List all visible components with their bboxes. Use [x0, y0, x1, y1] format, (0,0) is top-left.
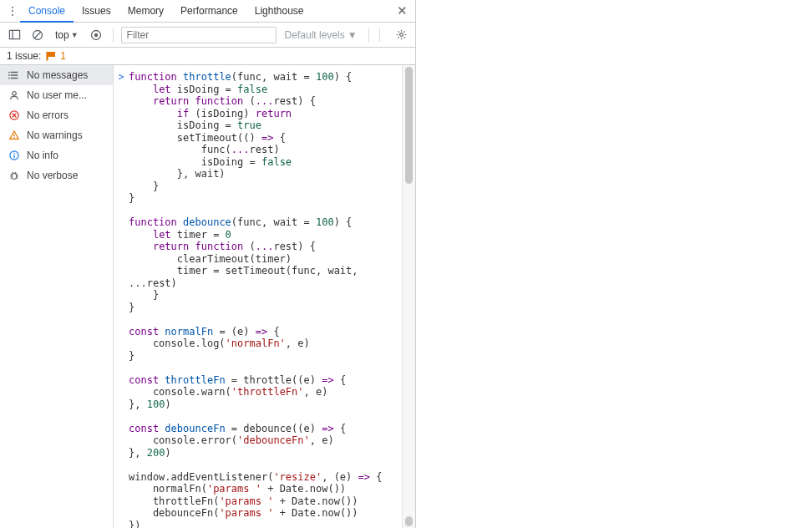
chevron-down-icon: ▼ — [348, 29, 358, 41]
issues-label: 1 issue: — [7, 50, 41, 62]
settings-gear-icon[interactable] — [392, 26, 410, 44]
sidebar-item-warnings[interactable]: No warnings — [0, 125, 113, 145]
scrollbar[interactable] — [402, 65, 415, 528]
separator — [113, 28, 114, 43]
svg-point-15 — [13, 153, 15, 155]
tab-console[interactable]: Console — [20, 0, 74, 23]
message-sidebar: No messages No user me... No errors No w… — [0, 65, 114, 528]
tab-lighthouse[interactable]: Lighthouse — [246, 0, 312, 23]
toggle-sidebar-icon[interactable] — [5, 26, 23, 44]
svg-point-8 — [8, 74, 10, 76]
console-body: No messages No user me... No errors No w… — [0, 65, 415, 528]
sidebar-item-info[interactable]: No info — [0, 145, 113, 165]
svg-rect-0 — [9, 30, 19, 38]
prompt-icon: > — [114, 65, 129, 528]
tab-performance[interactable]: Performance — [172, 0, 246, 23]
sidebar-item-messages[interactable]: No messages — [0, 65, 113, 85]
list-icon — [8, 69, 20, 82]
info-icon — [8, 150, 20, 162]
context-label: top — [55, 29, 69, 41]
sidebar-item-errors[interactable]: No errors — [0, 105, 113, 125]
svg-point-13 — [13, 137, 14, 138]
sidebar-item-label: No verbose — [27, 170, 78, 181]
separator — [368, 28, 369, 43]
close-icon[interactable]: ✕ — [393, 3, 410, 19]
scrollbar-arrow-down[interactable] — [405, 516, 413, 526]
flag-icon — [46, 52, 55, 61]
tab-issues[interactable]: Issues — [74, 0, 119, 23]
clear-console-icon[interactable] — [28, 26, 47, 44]
svg-point-17 — [12, 173, 16, 179]
sidebar-item-user[interactable]: No user me... — [0, 85, 113, 105]
issues-bar[interactable]: 1 issue: 1 — [0, 48, 415, 65]
sidebar-item-label: No info — [27, 150, 58, 161]
sidebar-item-label: No warnings — [27, 129, 83, 141]
sidebar-item-label: No user me... — [27, 89, 87, 101]
more-icon[interactable]: ⋮ — [5, 4, 20, 18]
bug-icon — [8, 170, 20, 182]
svg-line-3 — [34, 32, 40, 38]
devtools-panel: ⋮ Console Issues Memory Performance Ligh… — [0, 0, 416, 528]
console-toolbar: top ▼ Default levels ▼ — [0, 23, 415, 48]
levels-label: Default levels — [285, 29, 345, 41]
live-expression-icon[interactable] — [87, 26, 105, 44]
tabs-row: ⋮ Console Issues Memory Performance Ligh… — [0, 0, 415, 23]
svg-point-9 — [8, 78, 10, 79]
log-levels-selector[interactable]: Default levels ▼ — [282, 29, 361, 41]
issues-count: 1 — [60, 50, 66, 62]
svg-point-6 — [399, 33, 403, 37]
svg-point-7 — [8, 72, 10, 74]
chevron-down-icon: ▼ — [71, 31, 79, 39]
scrollbar-thumb[interactable] — [405, 67, 413, 184]
user-icon — [8, 89, 20, 102]
svg-point-5 — [94, 33, 97, 36]
error-icon — [8, 109, 20, 122]
filter-input[interactable] — [121, 27, 277, 43]
sidebar-item-label: No errors — [27, 109, 69, 121]
console-input-area[interactable]: > function throttle(func, wait = 100) { … — [114, 65, 415, 528]
code-content[interactable]: function throttle(func, wait = 100) { le… — [129, 65, 402, 528]
sidebar-item-label: No messages — [27, 69, 88, 81]
separator — [379, 28, 380, 43]
warning-icon — [8, 129, 20, 142]
svg-point-10 — [12, 92, 16, 96]
tab-memory[interactable]: Memory — [119, 0, 172, 23]
sidebar-item-verbose[interactable]: No verbose — [0, 165, 113, 185]
context-selector[interactable]: top ▼ — [52, 29, 82, 41]
